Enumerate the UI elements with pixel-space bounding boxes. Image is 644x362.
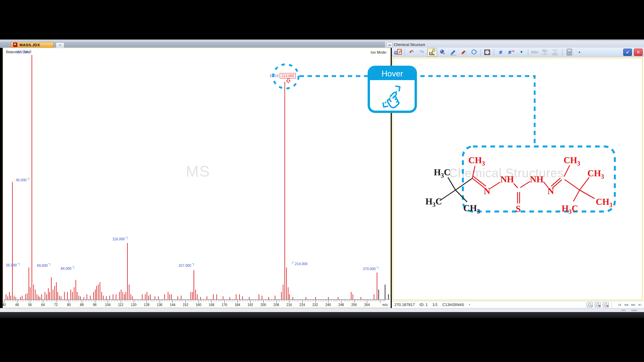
spectrum-peak — [281, 292, 282, 299]
spectrum-peak — [72, 292, 73, 299]
svg-text:#: # — [508, 50, 512, 55]
spectrum-peak — [197, 294, 198, 299]
spectrum-peak — [45, 292, 45, 299]
tab-dropdown-button[interactable]: ▼ — [56, 42, 64, 48]
spectrum-peak — [116, 294, 116, 299]
x-axis-tick-label: 120 — [129, 303, 139, 307]
top-black-bar — [0, 0, 644, 40]
spectrum-peak — [64, 292, 65, 299]
hash-add-icon[interactable]: # — [506, 48, 516, 57]
more-tools-icon[interactable]: ▾ — [575, 48, 584, 57]
x-axis-tick-label: 128 — [142, 303, 152, 307]
structure-watermark: Chemical Structures — [449, 166, 564, 180]
x-axis-tick-label: 56 — [25, 303, 35, 307]
calculator-icon[interactable] — [564, 48, 574, 57]
spectrum-peak — [56, 282, 57, 299]
spectrum-peak — [147, 292, 147, 299]
spectrum-peak — [106, 296, 107, 299]
unit-min-label: min — [621, 309, 626, 312]
nav-next-button[interactable]: ▶▶ — [631, 303, 635, 306]
svg-text:Abc: Abc — [542, 49, 548, 52]
spectrum-peak — [388, 294, 389, 299]
spectrum-peak — [54, 286, 55, 299]
spectrum-peak — [236, 294, 236, 299]
dock-panel-button[interactable]: ↙ — [623, 49, 632, 56]
spectrum-peak — [30, 287, 31, 300]
structure-edit-icon[interactable]: ▢✎ — [595, 302, 601, 307]
close-panel-button[interactable]: ✕ — [634, 49, 643, 56]
pen-tool-icon[interactable] — [448, 48, 458, 57]
spectrum-peak — [122, 292, 123, 299]
spectrum-peak — [59, 296, 60, 299]
x-axis-tick-label: 40 — [0, 303, 9, 307]
status-more-icon[interactable]: ▾ — [469, 303, 470, 306]
chemical-structure-header: ⇥⇤ Chemical Structure — [385, 41, 644, 48]
abc-label-icon[interactable]: Abc — [530, 48, 540, 57]
x-axis-tick-label: 184 — [232, 303, 243, 307]
spectrum-peak — [38, 296, 39, 299]
hash-icon[interactable]: # — [496, 48, 505, 57]
spectrum-peak — [351, 292, 352, 299]
spectrum-peak — [93, 292, 94, 299]
spectrum-peak — [37, 294, 37, 299]
spectrum-peak — [32, 55, 32, 299]
x-axis-tick-label: 168 — [206, 303, 216, 307]
spectrum-peak — [207, 296, 207, 299]
structure-to-abc-icon[interactable]: Abc — [551, 48, 560, 57]
mz-axis-unit-label: m/z — [382, 303, 388, 307]
spectrum-peak — [229, 297, 230, 299]
spectrum-peak — [286, 267, 287, 299]
spectrum-panel[interactable]: Retention Time: Ion Mode: MS m/z 213.000… — [3, 48, 391, 308]
spectrum-peak — [77, 292, 77, 299]
structure-delete-icon[interactable]: ▢✕ — [603, 302, 609, 307]
nav-prev-button[interactable]: ◀◀ — [624, 303, 628, 306]
spectrum-peak — [46, 294, 47, 299]
spectrum-peak — [213, 294, 214, 299]
spectrum-peak — [169, 294, 170, 299]
structure-canvas[interactable]: Chemical Structures — [392, 58, 643, 300]
structure-add-icon[interactable]: ▢+ — [587, 302, 593, 307]
zoom-fit-icon[interactable] — [482, 48, 492, 57]
redo-icon[interactable]: ↷ — [417, 48, 427, 57]
hovered-peak-value-box: 213.000 — [280, 73, 296, 78]
spectrum-peak — [27, 293, 28, 299]
spectrum-peak — [150, 294, 151, 299]
nav-first-button[interactable]: |◀ — [618, 303, 621, 306]
report-icon[interactable] — [393, 48, 403, 57]
spectrum-peak — [98, 285, 99, 299]
spectrum-peak — [84, 297, 84, 299]
abc-to-structure-icon[interactable]: Abc — [540, 48, 550, 57]
eraser-icon[interactable] — [459, 48, 468, 57]
peak-label: 55.000 — [6, 263, 19, 267]
spectrum-peak — [78, 296, 79, 299]
spectrum-peak — [90, 296, 91, 299]
toolbar-dropdown-icon[interactable]: ▼ — [517, 48, 526, 57]
structure-status-bar: 270.187817 ID: 1 1/1 C13H26N4S ▾ ▢+▢✎▢✕|… — [392, 301, 644, 308]
status-page-value: 1/1 — [432, 303, 438, 307]
tab-mass-jdx[interactable]: MASS.JDX — [11, 42, 54, 48]
spectrum-peak — [177, 296, 178, 299]
atom-select-icon[interactable] — [438, 48, 447, 57]
toolbar-separator — [528, 49, 528, 56]
spectrum-peak — [262, 296, 262, 299]
x-axis-tick-label: 64 — [38, 303, 48, 307]
undo-icon[interactable]: ↶ — [407, 48, 416, 57]
chemical-structure-panel: ↶↷##▼AbcAbcAbc▾↙✕ Chemical Structures 27… — [392, 48, 644, 308]
tab-label: MASS.JDX — [19, 43, 40, 47]
nav-last-button[interactable]: ▶| — [639, 303, 641, 306]
spectrum-peak — [7, 296, 8, 299]
spectrum-peak — [29, 267, 29, 299]
peak-label: 157.000 — [178, 263, 194, 267]
svg-text:Abc: Abc — [552, 53, 558, 56]
peak-structure-tool-icon[interactable] — [427, 48, 437, 57]
spectrum-peak — [158, 296, 159, 299]
x-axis-tick-label: 88 — [77, 303, 87, 307]
spectrum-plot-area[interactable] — [4, 55, 390, 299]
spectrum-peak — [48, 288, 49, 299]
pane-split-icon[interactable]: ⇥⇤ — [386, 42, 393, 48]
document-tab-bar: MASS.JDX ▼ — [0, 41, 385, 48]
spectrum-peak — [121, 290, 121, 299]
spectrum-peak — [95, 290, 96, 299]
ring-tool-icon[interactable] — [469, 48, 479, 57]
spectrum-peak — [288, 287, 288, 300]
